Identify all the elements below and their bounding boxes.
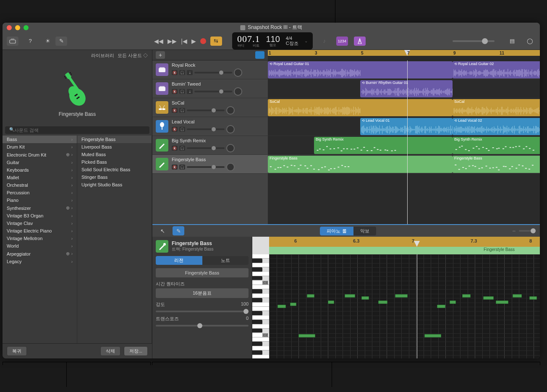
key-display[interactable]: C장조 [286, 41, 298, 46]
piano-keyboard[interactable]: C3C2 [252, 237, 269, 358]
mute-button[interactable]: 🔇 [172, 70, 178, 75]
library-sort-menu[interactable]: 모든 사운드 [118, 52, 148, 59]
audio-region[interactable]: Big Synth Remix [314, 137, 453, 154]
editor-pointer-tool[interactable]: ↖ [157, 226, 168, 235]
midi-note[interactable] [450, 301, 456, 304]
midi-note[interactable] [328, 301, 334, 304]
pan-knob[interactable] [234, 87, 242, 96]
track-header[interactable]: Big Synth Remix🔇🎧 [152, 136, 268, 155]
mute-button[interactable]: 🔇 [172, 165, 178, 170]
category-item[interactable]: Vintage B3 Organ› [3, 212, 77, 220]
piano-roll-grid[interactable]: 66.377.38 Fingerstyle Bass [269, 237, 540, 358]
transpose-slider[interactable] [156, 325, 249, 327]
cycle-button[interactable]: ⇆ [210, 37, 222, 46]
zoom-slider[interactable] [519, 230, 536, 232]
preset-item[interactable]: Picked Bass [77, 158, 152, 166]
preset-item[interactable]: Upright Studio Bass [77, 181, 152, 188]
midi-note[interactable] [424, 334, 441, 337]
loops-button[interactable]: ◯ [524, 37, 536, 46]
master-volume-slider[interactable] [453, 40, 495, 42]
track-volume-slider[interactable] [187, 147, 225, 149]
seg-region[interactable]: 리전 [156, 256, 202, 265]
midi-note[interactable] [483, 296, 494, 300]
tab-score[interactable]: 악보 [353, 227, 376, 235]
audio-region[interactable]: Lead Vocal 02 [453, 118, 540, 135]
midi-note[interactable] [462, 294, 471, 298]
track-header[interactable]: Fingerstyle Bass🔇🎧 [152, 155, 268, 174]
category-item[interactable]: World› [3, 242, 77, 250]
track-header[interactable]: Burnin' Tweed🔇🎧⤓ [152, 79, 268, 98]
quick-help-button[interactable]: ? [24, 37, 36, 46]
go-to-start-button[interactable]: |◀ [181, 38, 187, 44]
strength-slider[interactable] [156, 311, 249, 312]
category-item[interactable]: Drum Kit› [3, 143, 77, 151]
category-item[interactable]: Vintage Clav› [3, 220, 77, 227]
category-item[interactable]: Vintage Electric Piano› [3, 227, 77, 235]
midi-note[interactable] [529, 296, 537, 300]
midi-note[interactable] [307, 294, 314, 298]
mute-button[interactable]: 🔇 [172, 89, 178, 94]
minimize-window-button[interactable] [15, 25, 20, 30]
track-header[interactable]: Royal Rock🔇🎧⤓ [152, 60, 268, 79]
midi-note[interactable] [277, 305, 286, 308]
tempo-display[interactable]: 110 [266, 34, 280, 44]
mute-button[interactable]: 🔇 [172, 146, 178, 151]
headphone-button[interactable]: 🎧 [179, 165, 185, 170]
add-track-button[interactable]: + [156, 51, 165, 59]
category-item[interactable]: Legacy› [3, 258, 77, 265]
preset-item[interactable]: Solid Soul Electric Bass [77, 166, 152, 173]
midi-note[interactable] [345, 294, 355, 298]
preset-item[interactable]: Muted Bass [77, 151, 152, 158]
seg-note[interactable]: 노트 [202, 256, 249, 265]
pan-knob[interactable] [226, 125, 235, 133]
track-volume-slider[interactable] [187, 128, 225, 130]
headphone-button[interactable]: 🎧 [179, 108, 185, 113]
midi-note[interactable] [290, 303, 296, 306]
revert-button[interactable]: 복귀 [7, 346, 27, 356]
pan-knob[interactable] [226, 163, 235, 171]
lcd-chevron-icon[interactable]: ⌄ [304, 39, 308, 43]
quantize-select[interactable]: 16분음표 [156, 288, 249, 298]
midi-note[interactable] [378, 301, 387, 304]
track-header[interactable]: SoCal🔇🎧 [152, 98, 268, 117]
pan-knob[interactable] [226, 144, 235, 152]
notepad-button[interactable]: ▤ [506, 37, 518, 46]
category-item[interactable]: Percussion› [3, 189, 77, 196]
track-volume-slider[interactable] [187, 110, 225, 111]
forward-button[interactable]: ▶▶ [168, 38, 177, 44]
lcd-display[interactable]: 007.1 바디 비트 110 템포 4/4 C장조 ⌄ [232, 32, 313, 50]
timesig-display[interactable]: 4/4 [286, 36, 292, 41]
edit-mode-button[interactable]: ✎ [55, 37, 67, 46]
audio-region[interactable]: Lead Vocal 01 [360, 118, 453, 135]
mute-button[interactable]: 🔇 [172, 127, 178, 132]
lock-button[interactable]: ⤓ [187, 89, 193, 94]
settings-icon[interactable]: ☀ [42, 37, 54, 46]
rewind-button[interactable]: ◀◀ [154, 38, 163, 44]
audio-region[interactable]: Big Synth Remix [453, 137, 540, 154]
category-item[interactable]: Vintage Mellotron› [3, 235, 77, 242]
delete-button[interactable]: 삭제 [100, 346, 120, 356]
lock-button[interactable]: ⤓ [187, 70, 193, 75]
headphone-button[interactable]: 🎧 [179, 70, 185, 75]
headphone-button[interactable]: 🎧 [179, 146, 185, 151]
category-item[interactable]: Piano› [3, 196, 77, 204]
playhead-line[interactable] [407, 60, 408, 224]
fullscreen-window-button[interactable] [24, 25, 29, 30]
midi-note[interactable] [496, 301, 508, 304]
tab-piano-roll[interactable]: 피아노 롤 [320, 227, 353, 235]
pan-knob[interactable] [234, 68, 242, 77]
category-item[interactable]: Arpeggiator⊕› [3, 250, 77, 258]
category-item[interactable]: Bass› [3, 136, 77, 143]
category-item[interactable]: Electronic Drum Kit⊕› [3, 151, 77, 159]
preset-item[interactable]: Stinger Bass [77, 173, 152, 181]
audio-region[interactable]: Fingerstyle Bass [453, 156, 540, 173]
track-volume-slider[interactable] [187, 166, 225, 168]
mute-button[interactable]: 🔇 [172, 108, 178, 113]
editor-playhead-line[interactable] [417, 254, 417, 358]
category-item[interactable]: Synthesizer⊕› [3, 204, 77, 212]
audio-region[interactable]: Royal Lead Guitar 01 [268, 61, 453, 78]
editor-playhead-marker[interactable] [414, 241, 420, 247]
track-volume-slider[interactable] [194, 91, 232, 92]
tuner-button[interactable]: ♪ [319, 37, 330, 46]
midi-note[interactable] [513, 294, 522, 298]
